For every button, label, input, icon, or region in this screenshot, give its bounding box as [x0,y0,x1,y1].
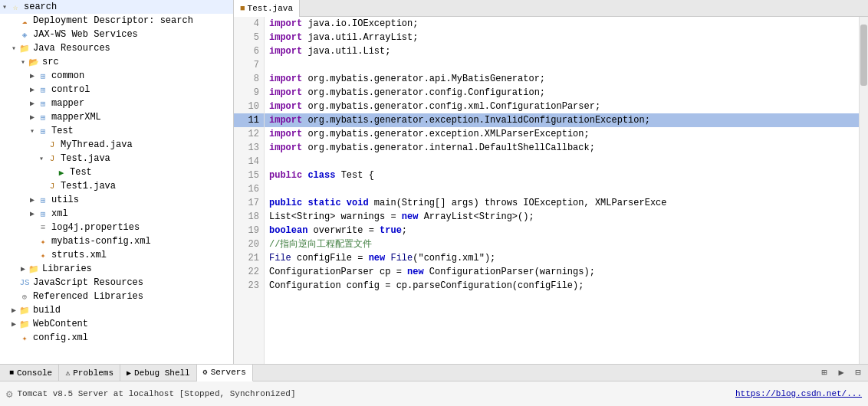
tree-arrow: ▾ [18,57,28,67]
sidebar-item-Test1-java[interactable]: JTest1.java [0,179,233,193]
code-line: import org.mybatis.generator.internal.De… [265,141,859,155]
sidebar: ▾☆search☁Deployment Descriptor: search◈J… [0,0,234,364]
code-lines[interactable]: import java.io.IOException;import java.u… [265,17,859,364]
code-line: import org.mybatis.generator.exception.X… [265,127,859,141]
package-icon: ⊞ [37,125,49,137]
sidebar-item-utils[interactable]: ▶⊞utils [0,193,233,207]
props-icon: ≡ [37,221,49,234]
folder-icon: 📁 [18,42,31,54]
descriptor-icon: ☁ [18,15,31,27]
xml-icon: ✦ [37,235,49,247]
code-line: //指向逆向工程配置文件 [265,237,859,251]
bottom-tab-console[interactable]: ■Console [3,365,59,381]
sidebar-item-ref-libraries[interactable]: ⊕Referenced Libraries [0,290,233,303]
sidebar-item-config-xml[interactable]: ✦config.xml [0,331,233,345]
sidebar-item-build[interactable]: ▶📁build [0,303,233,317]
sidebar-item-mapper[interactable]: ▶⊞mapper [0,97,233,110]
bottom-tab-servers[interactable]: ⚙Servers [197,365,253,381]
code-line [265,155,859,169]
status-url[interactable]: https://blog.csdn.net/... [735,389,862,398]
sidebar-item-libraries[interactable]: ▶📁Libraries [0,262,233,276]
code-line: import org.mybatis.generator.config.xml.… [265,100,859,113]
sidebar-item-label: search [24,2,57,12]
sidebar-item-label: Test.java [61,153,110,164]
tree-arrow: ▾ [9,44,18,53]
package-icon: ⊞ [37,97,49,110]
problems-tab-icon: ⚠ [65,368,70,378]
close-icon[interactable]: ⊟ [851,366,865,380]
code-line: List<String> warnings = new ArrayList<St… [265,210,859,224]
line-number: 12 [234,127,264,141]
sidebar-item-Test[interactable]: ▾⊞Test [0,124,233,138]
tree-arrow: ▶ [9,306,18,315]
sidebar-item-Test-java[interactable]: ▾JTest.java [0,152,233,165]
sidebar-item-label: src [42,57,59,67]
server-icon: ⚙ [6,388,12,401]
sidebar-item-label: utils [51,195,79,205]
sidebar-item-label: JavaScript Resources [33,277,143,288]
sidebar-item-search-root[interactable]: ▾☆search [0,0,233,14]
line-number: 17 [234,196,264,210]
sidebar-item-label: common [51,70,84,81]
sidebar-item-label: Referenced Libraries [33,291,143,302]
sidebar-item-label: xml [51,208,68,219]
sidebar-item-Test-class[interactable]: ▶Test [0,165,233,179]
folder-icon: 📁 [18,318,31,330]
editor-tab-label: Test.java [248,4,293,13]
java-icon: J [46,139,58,151]
code-line: import org.mybatis.generator.config.Conf… [265,86,859,100]
sidebar-item-deployment-descriptor[interactable]: ☁Deployment Descriptor: search [0,14,233,28]
sidebar-item-MyThread[interactable]: JMyThread.java [0,138,233,152]
code-line [265,182,859,196]
bottom-tab-debug-shell[interactable]: ▶Debug Shell [120,365,197,381]
minimize-icon[interactable]: ⊞ [817,366,831,380]
scrollbar-thumb[interactable] [860,25,867,86]
sidebar-item-xml[interactable]: ▶⊞xml [0,207,233,221]
sidebar-item-common[interactable]: ▶⊞common [0,69,233,83]
run-icon[interactable]: ▶ [834,366,848,380]
sidebar-item-jax-ws[interactable]: ◈JAX-WS Web Services [0,28,233,41]
code-line: import java.util.List; [265,44,859,58]
sidebar-item-control[interactable]: ▶⊞control [0,83,233,97]
folder-icon: 📁 [18,304,31,316]
sidebar-item-java-resources[interactable]: ▾📁Java Resources [0,41,233,55]
line-number: 13 [234,141,264,155]
sidebar-item-log4j[interactable]: ≡log4j.properties [0,221,233,234]
xml-icon: ✦ [18,332,31,344]
line-number: 20 [234,237,264,251]
sidebar-item-label: mapperXML [51,112,101,123]
java-active-icon: J [46,152,58,165]
sidebar-item-label: MyThread.java [61,139,133,150]
js-icon: JS [18,277,31,289]
xml-icon: ✦ [37,249,49,261]
sidebar-item-mapperXML[interactable]: ▶⊞mapperXML [0,110,233,124]
sidebar-item-label: log4j.properties [51,222,140,233]
sidebar-item-label: JAX-WS Web Services [33,29,138,40]
bottom-tab-problems[interactable]: ⚠Problems [59,365,120,381]
line-number: 8 [234,72,264,86]
sidebar-item-js-resources[interactable]: JSJavaScript Resources [0,276,233,290]
package-icon: ⊞ [37,208,49,220]
sidebar-item-label: build [33,305,61,316]
bottom-tab-label: Debug Shell [134,368,190,378]
sidebar-item-label: WebContent [33,319,88,329]
line-number: 5 [234,31,264,44]
sidebar-item-struts[interactable]: ✦struts.xml [0,248,233,262]
sidebar-item-label: control [51,84,90,95]
sidebar-item-label: struts.xml [51,250,107,260]
sidebar-item-WebContent[interactable]: ▶📁WebContent [0,317,233,331]
editor-tab-test-java[interactable]: ■ Test.java [234,0,300,17]
line-number: 23 [234,279,264,293]
ws-icon: ◈ [18,28,31,41]
bottom-tab-actions: ⊞▶⊟ [817,366,868,380]
bottom-panel: ■Console⚠Problems▶Debug Shell⚙Servers⊞▶⊟… [0,364,868,406]
line-number: 7 [234,58,264,72]
tree-arrow: ▶ [28,99,37,108]
line-number: 10 [234,100,264,113]
sidebar-item-mybatis-config[interactable]: ✦mybatis-config.xml [0,234,233,248]
line-number: 22 [234,265,264,279]
sidebar-item-src[interactable]: ▾📂src [0,55,233,69]
bottom-tab-label: Problems [73,368,113,378]
editor-scrollbar[interactable] [859,17,868,364]
sidebar-item-label: config.xml [33,332,88,343]
